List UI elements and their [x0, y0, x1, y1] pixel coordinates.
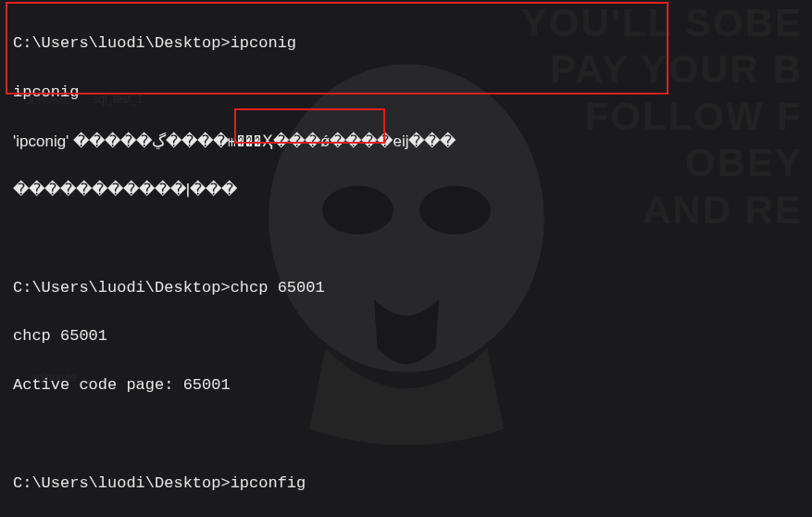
blank-line [13, 422, 799, 447]
result-line-2: Active code page: 65001 [13, 373, 799, 397]
command-text: ipconfig [231, 474, 306, 492]
prompt-path: C:\Users\luodi\Desktop> [13, 474, 231, 492]
echo-line-2: chcp 65001 [13, 324, 799, 348]
command-text: ipconig [231, 34, 296, 52]
prompt-line-2: C:\Users\luodi\Desktop>chcp 65001 [13, 276, 799, 300]
terminal-output[interactable]: C:\Users\luodi\Desktop>ipconig ipconig '… [13, 7, 799, 517]
blank-line [13, 227, 799, 251]
error-line-1b: �����������ļ��� [13, 178, 799, 202]
prompt-line-3: C:\Users\luodi\Desktop>ipconfig [13, 472, 799, 496]
error-line-1a: 'ipconig' �����ڲ����ⲿ���Ҳ���ǿ����еij��� [13, 130, 799, 154]
prompt-path: C:\Users\luodi\Desktop> [13, 279, 231, 296]
prompt-line-1: C:\Users\luodi\Desktop>ipconig [13, 32, 799, 56]
prompt-path: C:\Users\luodi\Desktop> [13, 34, 231, 52]
echo-line-1: ipconig [13, 81, 799, 105]
command-text: chcp 65001 [231, 279, 325, 296]
